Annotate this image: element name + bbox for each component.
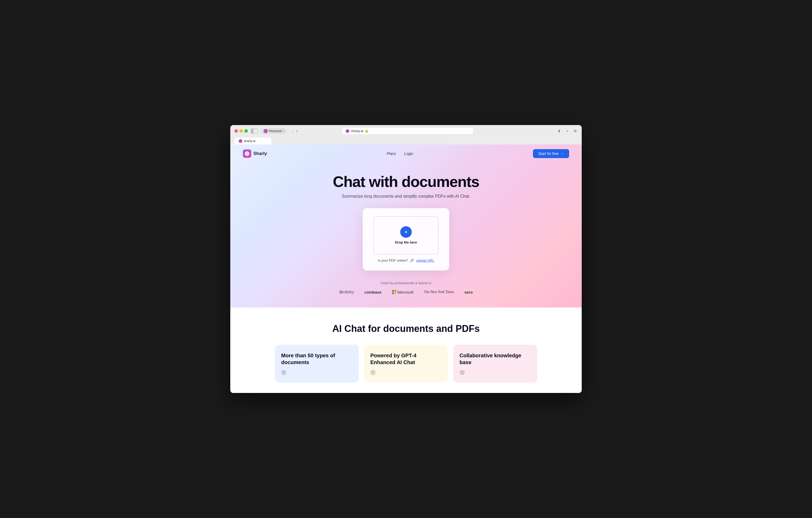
features-section: AI Chat for documents and PDFs More than… [230,307,582,393]
active-tab[interactable]: sharly.ai [234,138,271,145]
profile-icon [264,129,268,133]
arrow-icon: → [560,152,564,156]
drop-zone[interactable]: + Drop file here [374,216,438,254]
hero-title: Chat with documents [235,173,577,190]
nyt-logo: The New York Times [424,290,454,294]
tab-bar: sharly.ai [234,138,578,145]
upload-url-link[interactable]: upload URL [416,258,434,263]
trust-label: Used by professionals & teams in [235,281,577,285]
address-bar[interactable]: sharly.ai 🔒 [342,128,473,134]
start-free-button[interactable]: Start for free → [533,149,569,158]
feature-card-gpt4: Powered by GPT-4 Enhanced AI Chat [364,345,448,383]
sidebar-toggle[interactable] [251,128,258,134]
hero-subtitle: Summarize long documents and simplify co… [235,194,577,199]
browser-chrome: Personal ▾ ‹ › sharly.ai 🔒 ⬆ ＋ ⧉ [230,125,582,145]
nav-links: Plans Login [386,152,413,156]
berkeley-logo: Berkeley [339,290,354,295]
back-button[interactable]: ‹ [291,128,294,134]
url-text: sharly.ai [351,129,363,133]
trust-logos: Berkeley coinbase Microsoft The New York… [235,290,577,295]
feature-card-collab: Collaborative knowledge base [453,345,537,383]
add-tab-icon[interactable]: ＋ [564,128,570,134]
url-question-text: Is your PDF online? [378,258,408,263]
maximize-button[interactable] [244,129,248,133]
windows-icon[interactable]: ⧉ [573,128,578,134]
browser-toolbar-right: ⬆ ＋ ⧉ [556,128,578,134]
trust-bar: Used by professionals & teams in Berkele… [230,271,582,307]
feature-dot-1 [281,370,286,375]
navbar: Sharly Plans Login Start for free → [230,145,582,163]
feature-title-gpt4: Powered by GPT-4 Enhanced AI Chat [370,352,442,366]
chevron-down-icon: ▾ [283,129,284,132]
nav-arrows: ‹ › [291,128,298,134]
plans-link[interactable]: Plans [386,152,396,156]
feature-title-collab: Collaborative knowledge base [460,352,531,366]
feature-icon-row-2 [370,370,442,375]
browser-top-bar: Personal ▾ ‹ › sharly.ai 🔒 ⬆ ＋ ⧉ [234,128,578,134]
coinbase-logo: coinbase [364,290,381,295]
logo[interactable]: Sharly [243,149,267,158]
hero-content: Chat with documents Summarize long docum… [230,163,582,271]
microsoft-grid-icon [392,290,396,294]
features-grid: More than 50 types of documents Powered … [275,345,537,383]
forward-button[interactable]: › [295,128,299,134]
drop-text: Drop file here [379,240,433,244]
feature-icon-row-1 [281,370,352,375]
traffic-lights [234,129,248,133]
browser-window: Personal ▾ ‹ › sharly.ai 🔒 ⬆ ＋ ⧉ [230,125,582,393]
minimize-button[interactable] [239,129,243,133]
feature-dot-3 [460,370,465,375]
profile-pill[interactable]: Personal ▾ [261,128,287,134]
xero-logo: xero [464,290,473,295]
lock-icon: 🔒 [365,129,369,133]
close-button[interactable] [234,129,238,133]
upload-card: + Drop file here Is your PDF online? 🔗 u… [363,208,449,271]
start-free-label: Start for free [538,152,559,156]
feature-icon-row-3 [460,370,531,375]
microsoft-logo: Microsoft [392,290,414,295]
site-favicon [346,129,349,133]
page-content: Sharly Plans Login Start for free → Chat… [230,145,582,393]
upload-card-wrapper: + Drop file here Is your PDF online? 🔗 u… [235,208,577,271]
features-title: AI Chat for documents and PDFs [243,323,569,334]
profile-label: Personal [269,129,282,133]
upload-url-row: Is your PDF online? 🔗 upload URL [374,258,438,263]
tab-title: sharly.ai [244,139,256,143]
feature-title-documents: More than 50 types of documents [281,352,352,366]
hero-section: Sharly Plans Login Start for free → Chat… [230,145,582,308]
plus-icon: + [400,226,412,238]
feature-card-documents: More than 50 types of documents [275,345,359,383]
tab-favicon [239,139,242,143]
link-icon: 🔗 [410,258,414,263]
login-link[interactable]: Login [404,152,413,156]
logo-icon [243,149,251,158]
share-icon[interactable]: ⬆ [556,128,562,134]
logo-name: Sharly [253,151,267,156]
feature-dot-2 [370,370,376,375]
logo-inner [245,151,250,156]
